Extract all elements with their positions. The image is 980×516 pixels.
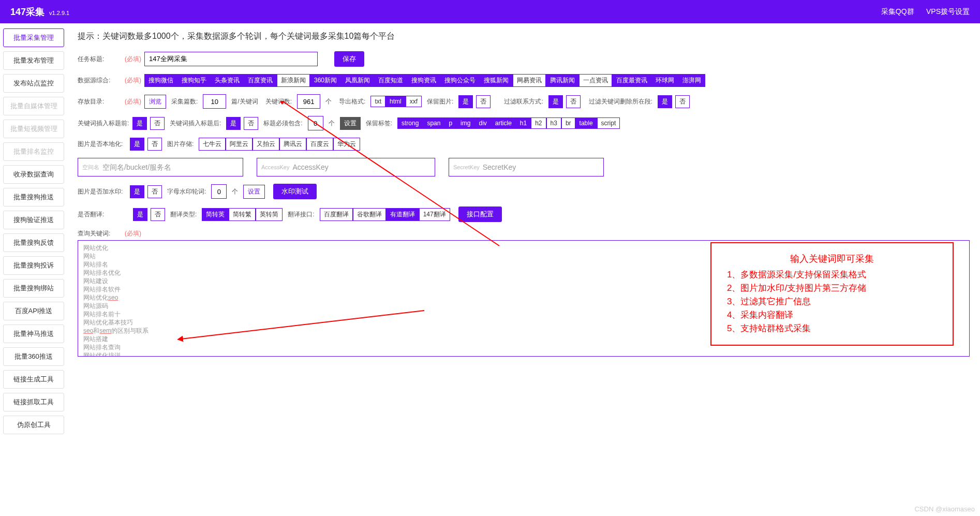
kw-count-input[interactable] xyxy=(297,94,320,109)
sidebar-item-9[interactable]: 批量搜狗反馈 xyxy=(3,233,64,252)
keep-tag-11[interactable]: script xyxy=(597,117,620,129)
secretkey-input[interactable] xyxy=(483,163,599,171)
source-tag-13[interactable]: 一点资讯 xyxy=(579,74,612,87)
trans-type-tag-1[interactable]: 简转繁 xyxy=(229,208,256,221)
kw-before-yes[interactable]: 是 xyxy=(132,117,147,130)
img-storage-tag-0[interactable]: 七牛云 xyxy=(199,138,226,151)
source-tag-4[interactable]: 新浪新闻 xyxy=(277,74,310,87)
sidebar-item-2[interactable]: 发布站点监控 xyxy=(3,74,64,93)
source-tag-1[interactable]: 搜狗知乎 xyxy=(177,74,211,87)
sidebar-item-6[interactable]: 收录数据查询 xyxy=(3,165,64,184)
source-tag-5[interactable]: 360新闻 xyxy=(310,74,341,87)
source-tag-9[interactable]: 搜狗公众号 xyxy=(440,74,480,87)
keep-tag-7[interactable]: h2 xyxy=(531,117,546,129)
sidebar-item-5[interactable]: 批量排名监控 xyxy=(3,142,64,161)
title-must-input[interactable] xyxy=(308,116,323,130)
sidebar-item-1[interactable]: 批量发布管理 xyxy=(3,51,64,70)
kw-before-no[interactable]: 否 xyxy=(150,117,165,130)
annotation-item: 4、采集内容翻译 xyxy=(727,308,937,322)
browse-button[interactable]: 浏览 xyxy=(144,95,166,109)
wm-set-button[interactable]: 设置 xyxy=(243,185,265,199)
sidebar-item-14[interactable]: 批量360推送 xyxy=(3,347,64,366)
trans-type-tag-0[interactable]: 简转英 xyxy=(202,208,229,221)
keep-img-yes[interactable]: 是 xyxy=(458,95,473,108)
keep-tag-6[interactable]: h1 xyxy=(516,117,531,129)
api-config-button[interactable]: 接口配置 xyxy=(458,207,502,222)
source-tag-14[interactable]: 百度最资讯 xyxy=(612,74,651,87)
img-wm-yes[interactable]: 是 xyxy=(130,185,144,198)
keep-tag-10[interactable]: table xyxy=(575,117,597,129)
export-fmt-tag-1[interactable]: html xyxy=(385,96,406,107)
trans-api-tag-0[interactable]: 百度翻译 xyxy=(320,208,353,221)
sidebar-item-10[interactable]: 批量搜狗投诉 xyxy=(3,256,64,275)
link-vps-settings[interactable]: VPS拨号设置 xyxy=(926,7,970,16)
label-data-source: 数据源综合: xyxy=(78,76,122,85)
filter-contact-no[interactable]: 否 xyxy=(566,95,581,108)
translate-yes[interactable]: 是 xyxy=(133,208,147,221)
filter-contact-yes[interactable]: 是 xyxy=(548,95,563,108)
source-tag-0[interactable]: 搜狗微信 xyxy=(144,74,177,87)
keep-tag-0[interactable]: strong xyxy=(397,117,423,129)
keep-tag-3[interactable]: img xyxy=(456,117,474,129)
sidebar-item-16[interactable]: 链接抓取工具 xyxy=(3,393,64,411)
img-storage-tag-5[interactable]: 华为云 xyxy=(333,138,360,151)
filter-kw-del-no[interactable]: 否 xyxy=(675,95,690,108)
img-localize-no[interactable]: 否 xyxy=(147,138,162,151)
translate-no[interactable]: 否 xyxy=(151,208,165,221)
wm-test-button[interactable]: 水印测试 xyxy=(273,184,317,199)
keywords-textarea[interactable]: 输入关键词即可采集 1、多数据源采集/支持保留采集格式2、图片加水印/支持图片第… xyxy=(78,240,970,357)
space-name-input[interactable] xyxy=(102,163,239,171)
export-fmt-tag-0[interactable]: txt xyxy=(370,96,385,107)
alpha-wm-input[interactable] xyxy=(211,184,227,199)
trans-api-tag-2[interactable]: 有道翻译 xyxy=(386,208,419,221)
kw-after-no[interactable]: 否 xyxy=(244,117,258,130)
sidebar-item-17[interactable]: 伪原创工具 xyxy=(3,416,64,434)
trans-api-tag-3[interactable]: 147翻译 xyxy=(419,208,450,221)
img-localize-yes[interactable]: 是 xyxy=(130,138,144,151)
title-must-set-button[interactable]: 设置 xyxy=(340,117,361,130)
source-tag-16[interactable]: 澎湃网 xyxy=(678,74,705,87)
sidebar-item-12[interactable]: 百度API推送 xyxy=(3,302,64,320)
keep-tag-4[interactable]: div xyxy=(474,117,491,129)
keep-tag-2[interactable]: p xyxy=(444,117,456,129)
sidebar-item-4[interactable]: 批量短视频管理 xyxy=(3,120,64,138)
sidebar: 批量采集管理批量发布管理发布站点监控批量自媒体管理批量短视频管理批量排名监控收录… xyxy=(0,23,67,444)
source-tag-8[interactable]: 搜狗资讯 xyxy=(407,74,440,87)
source-tag-11[interactable]: 网易资讯 xyxy=(513,74,546,87)
trans-type-tag-2[interactable]: 英转简 xyxy=(256,208,283,221)
save-button[interactable]: 保存 xyxy=(334,51,364,67)
img-storage-tag-2[interactable]: 又拍云 xyxy=(253,138,279,151)
source-tag-3[interactable]: 百度资讯 xyxy=(244,74,277,87)
keep-tag-5[interactable]: article xyxy=(491,117,516,129)
filter-kw-del-yes[interactable]: 是 xyxy=(658,95,672,108)
source-tag-15[interactable]: 环球网 xyxy=(651,74,678,87)
sidebar-item-11[interactable]: 批量搜狗绑站 xyxy=(3,279,64,298)
keep-tag-1[interactable]: span xyxy=(423,117,444,129)
source-tag-7[interactable]: 百度知道 xyxy=(374,74,407,87)
img-storage-tag-4[interactable]: 百度云 xyxy=(306,138,333,151)
keep-img-no[interactable]: 否 xyxy=(476,95,491,108)
source-tag-6[interactable]: 凤凰新闻 xyxy=(341,74,374,87)
source-tag-2[interactable]: 头条资讯 xyxy=(211,74,244,87)
sidebar-item-15[interactable]: 链接生成工具 xyxy=(3,370,64,389)
keep-tag-8[interactable]: h3 xyxy=(546,117,561,129)
task-title-input[interactable] xyxy=(144,52,318,66)
sidebar-item-13[interactable]: 批量神马推送 xyxy=(3,325,64,343)
source-tag-12[interactable]: 腾讯新闻 xyxy=(546,74,579,87)
kw-after-yes[interactable]: 是 xyxy=(226,117,241,130)
export-fmt-tag-2[interactable]: xxf xyxy=(406,96,422,107)
trans-api-tag-1[interactable]: 谷歌翻译 xyxy=(353,208,386,221)
img-storage-tag-3[interactable]: 腾讯云 xyxy=(279,138,306,151)
sidebar-item-0[interactable]: 批量采集管理 xyxy=(3,28,64,47)
img-storage-tag-1[interactable]: 阿里云 xyxy=(226,138,253,151)
source-tag-10[interactable]: 搜狐新闻 xyxy=(480,74,513,87)
sidebar-item-8[interactable]: 搜狗验证推送 xyxy=(3,211,64,229)
link-qq-group[interactable]: 采集QQ群 xyxy=(881,7,914,16)
sidebar-item-3[interactable]: 批量自媒体管理 xyxy=(3,97,64,115)
keep-tag-9[interactable]: br xyxy=(561,117,575,129)
collect-count-input[interactable] xyxy=(203,94,226,109)
img-wm-no[interactable]: 否 xyxy=(147,185,162,198)
brand-name: 147采集 xyxy=(10,7,44,17)
sidebar-item-7[interactable]: 批量搜狗推送 xyxy=(3,188,64,207)
accesskey-input[interactable] xyxy=(292,163,430,171)
